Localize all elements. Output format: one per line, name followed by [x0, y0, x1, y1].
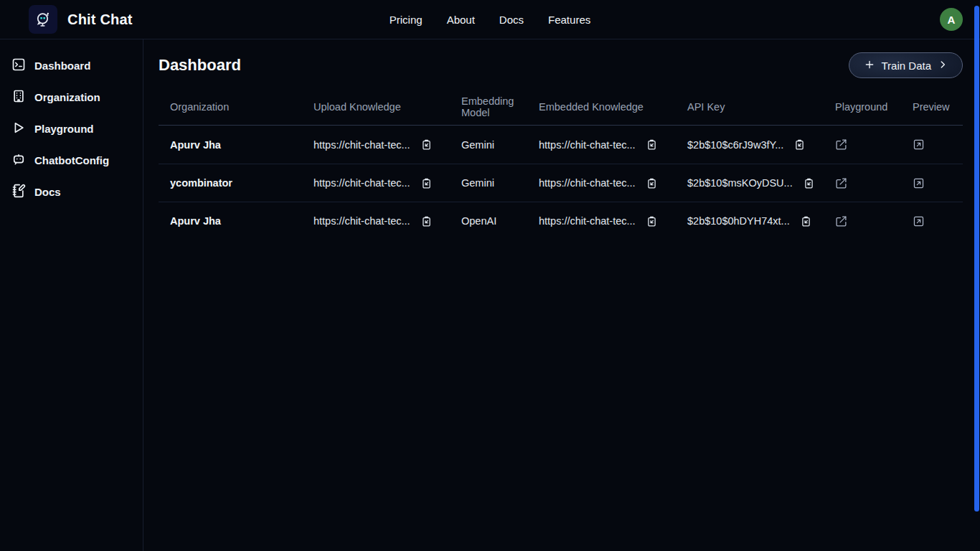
copy-icon[interactable]: [803, 177, 815, 189]
embedded-knowledge-url: https://chit-chat-tec...: [539, 139, 636, 151]
train-data-button[interactable]: Train Data: [849, 52, 963, 78]
top-navbar: Chit Chat Pricing About Docs Features A: [0, 0, 980, 39]
embedded-knowledge-cell: https://chit-chat-tec...: [527, 138, 676, 151]
copy-icon[interactable]: [420, 177, 433, 189]
external-link-icon[interactable]: [835, 215, 847, 227]
table-row: Apurv Jha https://chit-chat-tec... OpenA…: [159, 202, 963, 240]
train-data-label: Train Data: [882, 60, 931, 72]
building-icon: [11, 89, 26, 105]
embedding-model-cell: Gemini: [450, 139, 527, 151]
sidebar: Dashboard Organization Playground: [0, 39, 143, 551]
page-scrollbar-thumb[interactable]: [974, 6, 979, 512]
dashboard-table: Organization Upload Knowledge Embedding …: [159, 88, 963, 240]
playground-cell: [824, 138, 901, 151]
preview-cell: [901, 177, 963, 189]
table-row: Apurv Jha https://chit-chat-tec... Gemin…: [159, 126, 963, 164]
embedding-model-cell: Gemini: [450, 177, 527, 189]
sidebar-item-label: ChatbotConfig: [34, 154, 109, 166]
api-key-value: $2b$10$msKOyDSU...: [687, 177, 793, 189]
sidebar-item-organization[interactable]: Organization: [0, 81, 143, 113]
column-header-upload-knowledge: Upload Knowledge: [302, 97, 450, 117]
embedded-knowledge-url: https://chit-chat-tec...: [539, 215, 636, 227]
external-link-icon[interactable]: [835, 177, 847, 189]
copy-icon[interactable]: [420, 215, 433, 227]
chit-chat-logo-icon: [29, 5, 57, 34]
upload-knowledge-url: https://chit-chat-tec...: [314, 139, 410, 151]
embedding-model-cell: OpenAI: [450, 215, 527, 227]
column-header-preview: Preview: [901, 97, 963, 117]
embedded-knowledge-cell: https://chit-chat-tec...: [527, 215, 676, 227]
api-key-value: $2b$10$c6rJ9w3fY...: [687, 139, 783, 151]
brand[interactable]: Chit Chat: [29, 5, 133, 34]
table-header-row: Organization Upload Knowledge Embedding …: [159, 88, 963, 126]
upload-knowledge-cell: https://chit-chat-tec...: [302, 177, 450, 189]
copy-icon[interactable]: [800, 215, 812, 227]
external-link-icon[interactable]: [835, 138, 847, 151]
main-content: Dashboard Train Data Organization: [143, 39, 980, 551]
copy-icon[interactable]: [793, 138, 806, 151]
nav-link-pricing[interactable]: Pricing: [390, 14, 423, 26]
preview-cell: [901, 138, 963, 151]
upload-knowledge-cell: https://chit-chat-tec...: [302, 215, 450, 227]
terminal-icon: [11, 57, 26, 74]
embedded-knowledge-url: https://chit-chat-tec...: [539, 177, 636, 189]
brand-title: Chit Chat: [67, 11, 133, 28]
organization-cell: ycombinator: [159, 177, 302, 189]
api-key-cell: $2b$10$0hDYH74xt...: [676, 215, 824, 227]
upload-knowledge-cell: https://chit-chat-tec...: [302, 138, 450, 151]
nav-link-docs[interactable]: Docs: [499, 14, 524, 26]
column-header-embedding-model: Embedding Model: [450, 91, 527, 123]
bot-icon: [11, 152, 26, 169]
embedded-knowledge-cell: https://chit-chat-tec...: [527, 177, 676, 189]
api-key-cell: $2b$10$msKOyDSU...: [676, 177, 824, 189]
column-header-embedded-knowledge: Embedded Knowledge: [527, 97, 676, 117]
playground-cell: [824, 177, 901, 189]
nav-link-about[interactable]: About: [447, 14, 475, 26]
copy-icon[interactable]: [420, 138, 433, 151]
sidebar-item-docs[interactable]: Docs: [0, 176, 143, 207]
sidebar-item-playground[interactable]: Playground: [0, 113, 143, 144]
table-row: ycombinator https://chit-chat-tec... Gem…: [159, 164, 963, 202]
table-body: Apurv Jha https://chit-chat-tec... Gemin…: [159, 126, 963, 240]
sidebar-item-dashboard[interactable]: Dashboard: [0, 50, 143, 81]
copy-icon[interactable]: [646, 215, 658, 227]
column-header-playground: Playground: [824, 97, 901, 117]
nav-links: Pricing About Docs Features: [390, 14, 590, 26]
organization-cell: Apurv Jha: [159, 215, 302, 227]
preview-arrow-icon[interactable]: [913, 215, 925, 227]
page-title: Dashboard: [159, 56, 241, 75]
plus-icon: [864, 59, 875, 72]
api-key-value: $2b$10$0hDYH74xt...: [687, 215, 790, 227]
user-avatar[interactable]: A: [940, 8, 963, 31]
api-key-cell: $2b$10$c6rJ9w3fY...: [676, 138, 824, 151]
preview-arrow-icon[interactable]: [913, 138, 925, 151]
playground-cell: [824, 215, 901, 227]
play-icon: [11, 121, 26, 137]
preview-arrow-icon[interactable]: [913, 177, 925, 189]
sidebar-item-label: Dashboard: [34, 60, 90, 72]
organization-cell: Apurv Jha: [159, 139, 302, 151]
upload-knowledge-url: https://chit-chat-tec...: [314, 177, 410, 189]
chevron-right-icon: [938, 60, 948, 72]
notebook-pen-icon: [11, 184, 26, 200]
copy-icon[interactable]: [646, 177, 658, 189]
sidebar-item-label: Organization: [34, 91, 100, 103]
sidebar-item-chatbotconfig[interactable]: ChatbotConfig: [0, 144, 143, 176]
nav-link-features[interactable]: Features: [548, 14, 590, 26]
preview-cell: [901, 215, 963, 227]
column-header-api-key: API Key: [676, 97, 824, 117]
column-header-organization: Organization: [159, 97, 302, 117]
sidebar-item-label: Docs: [34, 186, 61, 198]
upload-knowledge-url: https://chit-chat-tec...: [314, 215, 410, 227]
sidebar-item-label: Playground: [34, 123, 94, 135]
copy-icon[interactable]: [646, 138, 658, 151]
